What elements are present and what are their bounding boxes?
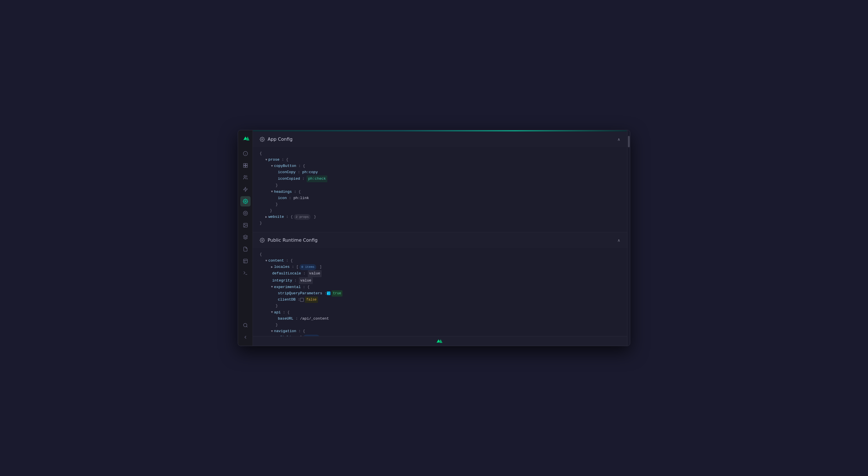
svg-point-17 — [243, 323, 247, 327]
gear-icon — [260, 137, 265, 142]
scrollbar-thumb[interactable] — [628, 136, 630, 147]
top-accent-bar — [253, 130, 627, 131]
content-area[interactable]: App Config ∧ { prose : { copyButton : { … — [253, 131, 627, 336]
svg-rect-4 — [245, 163, 247, 165]
gear-icon-2 — [260, 238, 265, 243]
components-icon[interactable] — [240, 160, 251, 170]
app-window: App Config ∧ { prose : { copyButton : { … — [238, 130, 630, 346]
docs-icon[interactable] — [240, 244, 251, 254]
svg-point-8 — [245, 201, 246, 202]
tree-line: experimental : { — [260, 284, 620, 290]
app-config-chevron[interactable]: ∧ — [617, 137, 620, 141]
tree-line: baseURL : /api/_content — [260, 316, 620, 322]
toggle-prose[interactable] — [265, 157, 267, 163]
tree-line: copyButton : { — [260, 163, 620, 169]
toggle-website[interactable] — [265, 214, 267, 220]
tree-line: defaultLocale : value — [260, 270, 620, 277]
scrollbar-track[interactable] — [627, 130, 630, 346]
svg-point-19 — [262, 138, 263, 140]
main-content: App Config ∧ { prose : { copyButton : { … — [253, 130, 627, 346]
tree-line: icon : ph:link — [260, 195, 620, 201]
settings-active-icon[interactable] — [240, 196, 251, 207]
tree-line: api : { — [260, 309, 620, 316]
svg-rect-6 — [245, 166, 247, 167]
svg-point-9 — [243, 211, 247, 216]
public-runtime-chevron[interactable]: ∧ — [617, 238, 620, 243]
public-runtime-label: Public Runtime Config — [268, 237, 318, 243]
bottom-logo — [253, 336, 627, 346]
tree-line: navigation : { — [260, 328, 620, 335]
chart-icon[interactable] — [240, 208, 251, 218]
tree-line: integrity : value — [260, 277, 620, 284]
tree-line: { — [260, 251, 620, 258]
checkbox-strip-query[interactable] — [327, 291, 331, 295]
lightning-icon[interactable] — [240, 184, 251, 194]
tree-line: { — [260, 151, 620, 157]
tree-line: } — [260, 303, 620, 309]
checkbox-client-db[interactable] — [300, 298, 304, 302]
toggle-navigation[interactable] — [271, 329, 273, 334]
svg-point-12 — [244, 224, 245, 225]
sidebar — [238, 130, 253, 346]
toggle-api[interactable] — [271, 310, 273, 315]
terminal-icon[interactable] — [240, 268, 251, 278]
toggle-content[interactable] — [265, 258, 267, 263]
app-config-title: App Config — [260, 136, 293, 142]
app-config-label: App Config — [268, 136, 293, 142]
images-icon[interactable] — [240, 220, 251, 230]
tree-line: locales : [0 items ] — [260, 264, 620, 270]
tree-line: clientDB :false — [260, 296, 620, 303]
users-icon[interactable] — [240, 172, 251, 183]
info-icon[interactable] — [240, 149, 251, 159]
tree-line: } — [260, 201, 620, 208]
layers-icon[interactable] — [240, 232, 251, 242]
svg-rect-13 — [243, 259, 247, 263]
public-runtime-title: Public Runtime Config — [260, 237, 318, 243]
toggle-copybutton[interactable] — [271, 163, 273, 169]
tree-line: } — [260, 208, 620, 214]
extensions-icon[interactable] — [240, 332, 251, 342]
toggle-locales[interactable] — [271, 264, 273, 270]
tree-line: } — [260, 322, 620, 328]
tree-line: prose : { — [260, 157, 620, 163]
tree-line: } — [260, 220, 620, 226]
public-runtime-tree: { content : { locales : [0 items ] defau… — [253, 248, 627, 336]
tree-line: } — [260, 182, 620, 189]
svg-point-7 — [244, 176, 245, 177]
tree-line: content : { — [260, 258, 620, 264]
app-config-section: App Config ∧ { prose : { copyButton : { … — [253, 131, 627, 232]
tree-line: website : {2 props } — [260, 214, 620, 220]
tree-line: iconCopy : ph:copy — [260, 169, 620, 176]
toggle-headings[interactable] — [271, 189, 273, 194]
tree-line: iconCopied : ph:check — [260, 176, 620, 182]
tree-line-headings: headings : { — [260, 189, 620, 195]
layout-icon[interactable] — [240, 256, 251, 266]
search-icon[interactable] — [240, 320, 251, 330]
sidebar-logo[interactable] — [241, 134, 250, 144]
svg-line-18 — [246, 326, 247, 327]
public-runtime-config-section: Public Runtime Config ∧ { content : { lo… — [253, 232, 627, 336]
svg-point-10 — [245, 213, 246, 214]
public-runtime-config-header[interactable]: Public Runtime Config ∧ — [253, 232, 627, 248]
nuxt-bottom-logo — [434, 339, 446, 344]
tree-line: stripQueryParameters :true — [260, 290, 620, 296]
svg-rect-3 — [243, 163, 245, 165]
app-config-header[interactable]: App Config ∧ — [253, 131, 627, 147]
toggle-experimental[interactable] — [271, 284, 273, 290]
svg-point-20 — [262, 240, 263, 241]
app-config-tree: { prose : { copyButton : { iconCopy : ph… — [253, 147, 627, 232]
svg-rect-5 — [243, 166, 245, 167]
